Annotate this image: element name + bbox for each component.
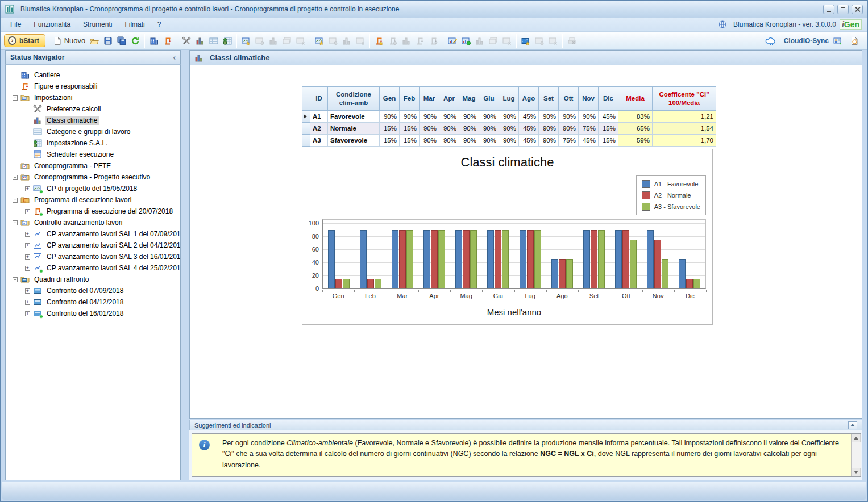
column-header[interactable]: Media xyxy=(618,87,653,111)
chart-wand-button[interactable] xyxy=(446,35,459,47)
suggestions-bar[interactable]: Suggerimenti ed indicazioni xyxy=(189,420,862,430)
table-cell[interactable]: Favorevole xyxy=(328,111,380,123)
tree-item[interactable]: +CP avanzamento lavori SAL 3 del 16/01/2… xyxy=(6,251,180,262)
column-header[interactable]: Condizione clim-amb xyxy=(328,87,380,111)
new-document-button[interactable]: Nuovo xyxy=(51,35,88,47)
table-cell[interactable]: 15% xyxy=(599,123,618,135)
tree-item[interactable]: Cronoprogramma - PFTE xyxy=(6,160,180,171)
table-cell[interactable]: 90% xyxy=(479,111,499,123)
tree-item[interactable]: +CP avanzamento lavori SAL 1 del 07/09/2… xyxy=(6,228,180,240)
panel-splitter[interactable] xyxy=(181,50,189,480)
cloud-sync-label[interactable]: CloudIO-Sync xyxy=(784,37,829,45)
save-button[interactable] xyxy=(101,35,115,47)
table-row[interactable]: A3Sfavorevole15%15%90%90%90%90%90%45%90%… xyxy=(302,135,716,147)
bstart-button[interactable]: › bStart xyxy=(4,34,45,47)
table-cell[interactable]: 45% xyxy=(519,111,539,123)
expand-icon[interactable]: + xyxy=(25,254,30,260)
tree-item[interactable]: +CP avanzamento lavori SAL 2 del 04/12/2… xyxy=(6,240,180,251)
tree-item[interactable]: −Quadri di raffronto xyxy=(6,274,180,285)
table-cell[interactable]: A2 xyxy=(310,123,328,135)
table-cell[interactable]: 90% xyxy=(420,135,439,147)
column-header[interactable]: Apr xyxy=(439,87,459,111)
table-cell[interactable]: 90% xyxy=(579,111,599,123)
chart-ok-button[interactable] xyxy=(459,35,473,47)
close-button[interactable] xyxy=(852,5,863,14)
table-cell[interactable]: 83% xyxy=(618,111,653,123)
menu-item-file[interactable]: File xyxy=(4,18,27,31)
expand-icon[interactable]: + xyxy=(25,266,30,271)
building-button[interactable] xyxy=(147,35,161,47)
table-cell[interactable]: 75% xyxy=(579,123,599,135)
column-header[interactable]: Nov xyxy=(579,87,599,111)
table-cell[interactable]: 90% xyxy=(499,111,519,123)
open-folder-button[interactable] xyxy=(88,35,101,47)
table-cell[interactable]: 90% xyxy=(439,123,459,135)
tree-item[interactable]: −Programma di esecuzione lavori xyxy=(6,194,180,206)
tree-item[interactable]: Figure e responsabili xyxy=(6,81,180,92)
table-cell[interactable]: Sfavorevole xyxy=(328,135,380,147)
table-cell[interactable]: 90% xyxy=(420,123,439,135)
tools-button[interactable] xyxy=(180,35,193,47)
table-cell[interactable]: 90% xyxy=(499,135,519,147)
table-cell[interactable]: 90% xyxy=(459,135,479,147)
table-row[interactable]: A2Normale15%15%90%90%90%90%90%45%90%90%7… xyxy=(302,123,716,135)
table-cell[interactable]: 65% xyxy=(618,123,653,135)
table-cell[interactable]: Normale xyxy=(328,123,380,135)
column-header[interactable]: ID xyxy=(310,87,328,111)
table-cell[interactable]: 90% xyxy=(559,123,579,135)
table-cell[interactable]: A1 xyxy=(310,111,328,123)
table-cell[interactable]: 45% xyxy=(579,135,599,147)
suggestions-collapse-button[interactable] xyxy=(848,421,857,429)
column-header[interactable]: Feb xyxy=(400,87,420,111)
tree-item[interactable]: Scheduler esecuzione xyxy=(6,149,180,160)
table-cell[interactable]: 59% xyxy=(618,135,653,147)
expand-icon[interactable]: + xyxy=(25,300,30,305)
sidebar-collapse-button[interactable]: ‹ xyxy=(173,53,176,62)
tree-item[interactable]: Classi climatiche xyxy=(6,115,180,126)
table-cell[interactable]: 90% xyxy=(380,111,400,123)
table-cell[interactable]: 90% xyxy=(420,111,439,123)
expand-icon[interactable]: + xyxy=(25,243,30,248)
table-cell[interactable]: 1,21 xyxy=(653,111,716,123)
column-header[interactable]: Giu xyxy=(479,87,499,111)
table-row[interactable]: A1Favorevole90%90%90%90%90%90%90%45%90%9… xyxy=(302,111,716,123)
table-cell[interactable]: 90% xyxy=(499,123,519,135)
crane-button[interactable] xyxy=(161,35,175,47)
tree-item[interactable]: +CP avanzamento lavori SAL 4 del 25/02/2… xyxy=(6,262,180,274)
expand-icon[interactable]: + xyxy=(25,232,30,237)
tree-item[interactable]: −Controllo avanzamento lavori xyxy=(6,217,180,228)
table-cell[interactable]: 90% xyxy=(439,111,459,123)
restore-button[interactable] xyxy=(837,5,849,14)
table-cell[interactable]: 90% xyxy=(459,111,479,123)
table-cell[interactable]: 15% xyxy=(599,135,618,147)
column-header[interactable]: Mar xyxy=(420,87,439,111)
expand-icon[interactable]: + xyxy=(25,186,30,191)
expand-icon[interactable]: + xyxy=(25,311,30,316)
column-header[interactable]: Set xyxy=(539,87,559,111)
table-cell[interactable]: 90% xyxy=(539,111,559,123)
save-all-button[interactable] xyxy=(115,35,128,47)
column-header[interactable]: Ago xyxy=(519,87,539,111)
expand-icon[interactable]: + xyxy=(25,209,30,214)
menu-item-strumenti[interactable]: Strumenti xyxy=(77,18,118,31)
table-cell[interactable]: 45% xyxy=(519,123,539,135)
table-cell[interactable]: 90% xyxy=(439,135,459,147)
tree-item[interactable]: +CP di progetto del 15/05/2018 xyxy=(6,183,180,194)
id-card-sync-icon[interactable] xyxy=(833,36,843,45)
table-cell[interactable]: 45% xyxy=(519,135,539,147)
table-cell[interactable]: 1,54 xyxy=(653,123,716,135)
column-header[interactable]: Coefficente "Ci" 100/Media xyxy=(653,87,716,111)
frame-new-button[interactable] xyxy=(239,35,253,47)
table-cell[interactable]: 15% xyxy=(400,123,420,135)
table-cell[interactable]: 90% xyxy=(539,135,559,147)
scroll-up-button[interactable] xyxy=(852,434,861,442)
table-cell[interactable]: 15% xyxy=(380,123,400,135)
tree-item[interactable]: Impostazione S.A.L. xyxy=(6,137,180,149)
table-cell[interactable]: 90% xyxy=(539,123,559,135)
info-scrollbar[interactable] xyxy=(851,434,861,476)
table-cell[interactable]: 90% xyxy=(479,123,499,135)
document-sync-icon[interactable] xyxy=(850,36,859,45)
tree-item[interactable]: +Confronto del 16/01/2018 xyxy=(6,308,180,319)
column-header[interactable]: Dic xyxy=(599,87,618,111)
tree-item[interactable]: +Confronto del 04/12/2018 xyxy=(6,296,180,308)
